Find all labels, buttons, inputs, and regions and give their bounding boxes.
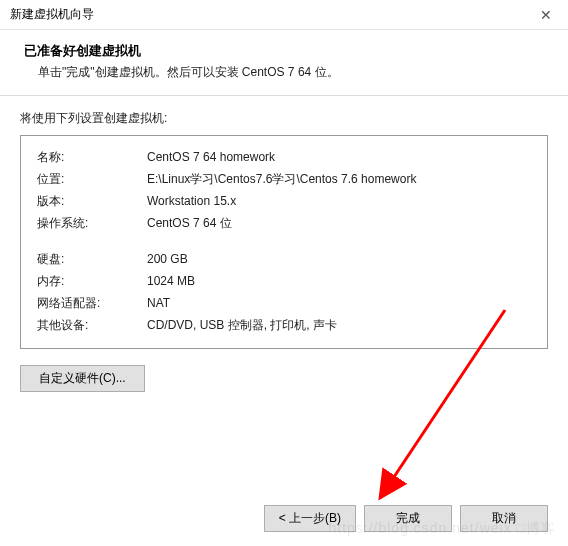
summary-value: CentOS 7 64 位 xyxy=(147,212,531,234)
summary-label: 名称: xyxy=(37,146,147,168)
summary-row: 网络适配器: NAT xyxy=(37,292,531,314)
summary-label: 内存: xyxy=(37,270,147,292)
summary-box: 名称: CentOS 7 64 homework 位置: E:\Linux学习\… xyxy=(20,135,548,349)
summary-value: CentOS 7 64 homework xyxy=(147,146,531,168)
summary-value: 200 GB xyxy=(147,248,531,270)
close-button[interactable]: ✕ xyxy=(523,0,568,30)
summary-label: 其他设备: xyxy=(37,314,147,336)
summary-label: 硬盘: xyxy=(37,248,147,270)
summary-value: CD/DVD, USB 控制器, 打印机, 声卡 xyxy=(147,314,531,336)
summary-row: 硬盘: 200 GB xyxy=(37,248,531,270)
header-subtitle: 单击"完成"创建虚拟机。然后可以安装 CentOS 7 64 位。 xyxy=(24,64,544,81)
summary-row: 版本: Workstation 15.x xyxy=(37,190,531,212)
summary-value: Workstation 15.x xyxy=(147,190,531,212)
window-title: 新建虚拟机向导 xyxy=(10,6,94,23)
wizard-body: 将使用下列设置创建虚拟机: 名称: CentOS 7 64 homework 位… xyxy=(0,96,568,402)
titlebar: 新建虚拟机向导 ✕ xyxy=(0,0,568,30)
summary-label: 位置: xyxy=(37,168,147,190)
summary-label: 网络适配器: xyxy=(37,292,147,314)
section-label: 将使用下列设置创建虚拟机: xyxy=(20,110,548,127)
summary-row: 操作系统: CentOS 7 64 位 xyxy=(37,212,531,234)
summary-value: E:\Linux学习\Centos7.6学习\Centos 7.6 homewo… xyxy=(147,168,531,190)
summary-label: 操作系统: xyxy=(37,212,147,234)
finish-button[interactable]: 完成 xyxy=(364,505,452,532)
wizard-header: 已准备好创建虚拟机 单击"完成"创建虚拟机。然后可以安装 CentOS 7 64… xyxy=(0,30,568,96)
summary-value: NAT xyxy=(147,292,531,314)
cancel-button[interactable]: 取消 xyxy=(460,505,548,532)
summary-label: 版本: xyxy=(37,190,147,212)
back-button[interactable]: < 上一步(B) xyxy=(264,505,356,532)
summary-row: 名称: CentOS 7 64 homework xyxy=(37,146,531,168)
close-icon: ✕ xyxy=(540,7,552,23)
summary-row: 位置: E:\Linux学习\Centos7.6学习\Centos 7.6 ho… xyxy=(37,168,531,190)
customize-hardware-button[interactable]: 自定义硬件(C)... xyxy=(20,365,145,392)
header-title: 已准备好创建虚拟机 xyxy=(24,42,544,60)
summary-row: 内存: 1024 MB xyxy=(37,270,531,292)
wizard-footer: < 上一步(B) 完成 取消 xyxy=(0,491,568,546)
summary-row: 其他设备: CD/DVD, USB 控制器, 打印机, 声卡 xyxy=(37,314,531,336)
summary-value: 1024 MB xyxy=(147,270,531,292)
